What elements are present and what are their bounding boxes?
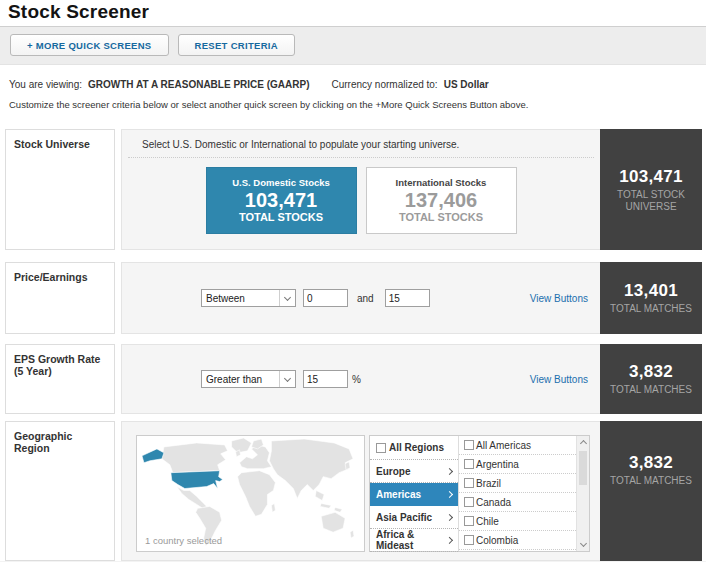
region-item-asia-pacific[interactable]: Asia Pacific: [370, 506, 458, 529]
stock-universe-label: Stock Universe: [5, 129, 115, 250]
international-card-caption: TOTAL STOCKS: [367, 211, 516, 224]
country-checkbox[interactable]: [464, 535, 474, 545]
currency-prefix: Currency normalized to:: [332, 79, 438, 90]
map-southeast-asia: [315, 491, 324, 501]
price-earnings-panel: Between and View Buttons: [121, 262, 600, 334]
eps-growth-row: EPS Growth Rate (5 Year) Greater than % …: [5, 344, 702, 414]
map-asia: [269, 439, 353, 498]
map-madagascar: [271, 503, 275, 512]
scrollbar-thumb[interactable]: [579, 451, 587, 485]
world-map[interactable]: 1 country selected: [136, 435, 365, 552]
region-label: Europe: [376, 466, 410, 477]
page-title: Stock Screener: [8, 1, 706, 23]
map-new-zealand: [350, 530, 354, 538]
country-label: Argentina: [476, 459, 519, 470]
scroll-up-icon[interactable]: [579, 440, 586, 447]
map-indonesia: [320, 503, 331, 508]
region-item-africa-mideast[interactable]: Africa & Mideast: [370, 529, 458, 552]
country-item-argentina[interactable]: Argentina: [459, 455, 576, 474]
eps-operator-select[interactable]: Greater than: [201, 370, 296, 388]
region-item-europe[interactable]: Europe: [370, 460, 458, 483]
stock-universe-row: Stock Universe Select U.S. Domestic or I…: [5, 129, 702, 250]
domestic-card-title: U.S. Domestic Stocks: [207, 177, 356, 188]
map-australia: [321, 512, 345, 532]
eps-growth-label: EPS Growth Rate (5 Year): [5, 344, 115, 414]
region-label: Americas: [376, 489, 421, 500]
country-checkbox[interactable]: [464, 516, 474, 526]
pe-operator-value: Between: [202, 293, 279, 304]
region-item-americas[interactable]: Americas: [370, 483, 458, 506]
active-screen-name: GROWTH AT A REASONABLE PRICE (GAARP): [88, 79, 309, 90]
pe-operator-select[interactable]: Between: [201, 289, 296, 307]
chevron-right-icon: [446, 513, 453, 520]
all-regions-item[interactable]: All Regions: [370, 436, 458, 460]
map-africa: [238, 471, 276, 517]
eps-total-count: 3,832: [600, 362, 702, 382]
all-regions-checkbox[interactable]: [376, 443, 386, 453]
country-item-canada[interactable]: Canada: [459, 493, 576, 512]
price-earnings-label: Price/Earnings: [5, 262, 115, 334]
currency-value: US Dollar: [444, 79, 489, 90]
country-label: Brazil: [476, 478, 501, 489]
pe-max-input[interactable]: [385, 289, 430, 307]
eps-total-matches-box: 3,832 TOTAL MATCHES: [600, 344, 702, 414]
chevron-right-icon: [446, 537, 453, 544]
map-japan: [345, 462, 350, 470]
geographic-region-panel: 1 country selected All Regions Europe Am…: [121, 421, 600, 561]
world-map-svg: [137, 436, 364, 551]
geographic-region-label: Geographic Region: [5, 421, 115, 561]
pe-view-buttons-link[interactable]: View Buttons: [530, 293, 588, 304]
domestic-card-count: 103,471: [207, 190, 356, 211]
geographic-region-content: 1 country selected All Regions Europe Am…: [122, 422, 600, 552]
pe-total-caption: TOTAL MATCHES: [600, 303, 702, 315]
price-earnings-row: Price/Earnings Between and View Buttons …: [5, 262, 702, 334]
chevron-down-icon: [279, 371, 295, 387]
region-selector: All Regions Europe Americas Asia Pacific: [369, 435, 590, 552]
eps-value-input[interactable]: [303, 370, 348, 388]
country-item-all-americas[interactable]: All Americas: [459, 436, 576, 455]
geo-total-caption: TOTAL MATCHES: [600, 475, 702, 487]
chevron-right-icon: [446, 490, 453, 497]
domestic-card-caption: TOTAL STOCKS: [207, 211, 356, 224]
eps-unit-label: %: [352, 374, 361, 385]
country-label: All Americas: [476, 440, 531, 451]
scroll-down-icon[interactable]: [579, 540, 586, 547]
international-stocks-card[interactable]: International Stocks 137,406 TOTAL STOCK…: [366, 167, 517, 234]
country-checkbox[interactable]: [464, 478, 474, 488]
country-item-brazil[interactable]: Brazil: [459, 474, 576, 493]
country-checkbox[interactable]: [464, 440, 474, 450]
map-greenland: [232, 438, 252, 453]
geo-total-count: 3,832: [600, 453, 702, 473]
price-earnings-controls: Between and View Buttons: [122, 263, 600, 333]
country-item-colombia[interactable]: Colombia: [459, 531, 576, 550]
total-universe-count: 103,471: [600, 167, 702, 187]
chevron-right-icon: [446, 467, 453, 474]
eps-total-caption: TOTAL MATCHES: [600, 384, 702, 396]
customize-instructions: Customize the screener criteria below or…: [9, 99, 706, 110]
international-card-title: International Stocks: [367, 177, 516, 188]
country-checkbox[interactable]: [464, 459, 474, 469]
eps-view-buttons-link[interactable]: View Buttons: [530, 374, 588, 385]
reset-criteria-button[interactable]: RESET CRITERIA: [178, 34, 295, 56]
international-card-count: 137,406: [367, 190, 516, 211]
us-domestic-stocks-card[interactable]: U.S. Domestic Stocks 103,471 TOTAL STOCK…: [206, 167, 357, 234]
viewing-prefix: You are viewing:: [9, 79, 82, 90]
country-item-partial[interactable]: [459, 550, 576, 551]
country-item-chile[interactable]: Chile: [459, 512, 576, 531]
stock-universe-panel: Select U.S. Domestic or International to…: [121, 129, 600, 250]
all-regions-label: All Regions: [389, 442, 444, 453]
more-quick-screens-button[interactable]: + MORE QUICK SCREENS: [10, 34, 169, 56]
pe-min-input[interactable]: [303, 289, 348, 307]
pe-total-matches-box: 13,401 TOTAL MATCHES: [600, 262, 702, 334]
quick-screens-toolbar: + MORE QUICK SCREENS RESET CRITERIA: [0, 26, 706, 65]
country-list-scrollbar[interactable]: [576, 436, 589, 551]
pe-conjunction: and: [357, 293, 374, 304]
eps-growth-controls: Greater than % View Buttons: [122, 345, 600, 413]
universe-cards: U.S. Domestic Stocks 103,471 TOTAL STOCK…: [122, 167, 600, 234]
country-checkbox[interactable]: [464, 497, 474, 507]
country-label: Colombia: [476, 535, 518, 546]
eps-growth-panel: Greater than % View Buttons: [121, 344, 600, 414]
map-indonesia-east: [334, 507, 342, 512]
map-selection-status: 1 country selected: [145, 535, 222, 546]
country-label: Chile: [476, 516, 499, 527]
